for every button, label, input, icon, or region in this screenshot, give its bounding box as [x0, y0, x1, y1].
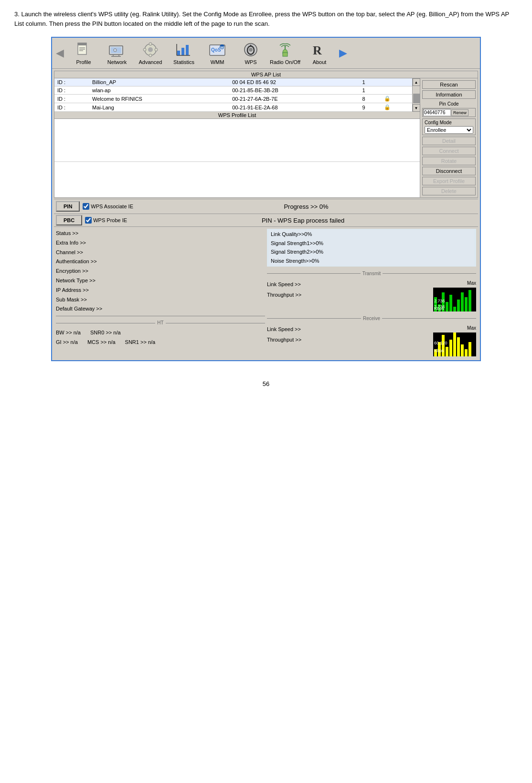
toolbar-profile[interactable]: Profile [67, 40, 100, 66]
wps-profile-list-panel: WPS Profile List [54, 112, 420, 162]
scrollbar-down-button[interactable]: ▼ [413, 104, 420, 112]
tx-max-label: Max [433, 279, 476, 288]
app-window: ◀ Profile [51, 37, 481, 361]
back-button[interactable]: ◀ [53, 45, 67, 61]
ap-id: ID : [54, 86, 89, 95]
svg-rect-1 [78, 43, 86, 45]
about-label: About [313, 59, 327, 65]
ap-ssid: Welcome to RFINICS [89, 95, 229, 103]
transmit-section: Transmit Link Speed >> Throughput >> Max [267, 269, 476, 311]
ap-locked [381, 86, 412, 95]
ap-list-area: ID : Billion_AP 00 04 ED 85 46 92 1 ID : [54, 78, 412, 112]
table-row[interactable]: ID : Billion_AP 00 04 ED 85 46 92 1 [54, 78, 412, 86]
wps-ap-list-panel: WPS AP List ID : Billion_AP 00 04 ED 85 [54, 71, 478, 198]
bottom-buttons-row2: PBC WPS Probe IE PIN - WPS Eap process f… [54, 214, 478, 226]
table-row[interactable]: ID : wlan-ap 00-21-85-BE-3B-2B 1 [54, 86, 412, 95]
disconnect-button[interactable]: Disconnect [422, 167, 476, 175]
wmm-label: WMM [211, 59, 224, 65]
associate-ie-label: WPS Associate IE [91, 204, 133, 209]
mcs-value: MCS >> n/a [87, 338, 116, 347]
snr1-value: SNR1 >> n/a [125, 338, 156, 347]
svg-point-16 [143, 48, 146, 51]
snr0-value: SNR0 >> n/a [90, 328, 121, 338]
ap-ssid: Mai-Lang [89, 103, 229, 112]
export-profile-button[interactable]: Export Profile [422, 177, 476, 185]
table-row[interactable]: ID : Mai-Lang 00-21-91-EE-2A-68 9 🔒 [54, 103, 412, 112]
ap-ssid: wlan-ap [89, 86, 229, 95]
ap-id: ID : [54, 103, 89, 112]
ap-list-scrollbar[interactable]: ▲ ▼ [412, 78, 420, 112]
connect-button[interactable]: Connect [422, 147, 476, 155]
ht-divider: HT [56, 319, 265, 327]
rx-labels: Link Speed >> Throughput >> [267, 324, 301, 345]
stats-right: Link Quality>>0% Signal Strength1>>0% Si… [267, 229, 476, 356]
stats-grid: Status >> Extra Info >> Channel >> Authe… [56, 229, 476, 356]
pin-code-section-label: Pin Code [422, 101, 476, 107]
profile-icon [75, 41, 92, 58]
tx-link-speed: Link Speed >> [267, 279, 301, 290]
advanced-icon [142, 41, 159, 58]
profile-label: Profile [76, 59, 91, 65]
config-mode-box: Config Mode Enrollee Registrar [422, 118, 476, 135]
noise-strength-row: Noise Strength>>0% [269, 257, 474, 266]
ap-locked: 🔒 [381, 103, 412, 112]
toolbar-network[interactable]: Network [100, 40, 134, 66]
rx-max-label: Max [433, 324, 476, 333]
channel-row: Channel >> [56, 248, 265, 257]
ap-signal: 1 [359, 86, 381, 95]
toolbar-wps[interactable]: WPS [234, 40, 267, 66]
svg-text:Wi: Wi [220, 45, 225, 50]
rotate-button[interactable]: Rotate [422, 157, 476, 165]
associate-ie-checkbox[interactable] [83, 203, 89, 210]
scrollbar-up-button[interactable]: ▲ [413, 78, 420, 86]
svg-point-11 [115, 50, 116, 51]
svg-rect-18 [177, 51, 180, 55]
config-mode-select[interactable]: Enrollee Registrar [425, 126, 473, 134]
wps-profile-list-title: WPS Profile List [54, 112, 420, 119]
wps-ap-list-left: ID : Billion_AP 00 04 ED 85 46 92 1 ID : [54, 78, 420, 197]
pin-code-input[interactable] [423, 109, 451, 116]
pin-button[interactable]: PIN [56, 201, 80, 212]
toolbar-radio[interactable]: Radio On/Off [267, 40, 303, 66]
toolbar-statistics[interactable]: Statistics [167, 40, 201, 66]
main-content: WPS AP List ID : Billion_AP 00 04 ED 85 [52, 69, 480, 360]
eap-status-text: PIN - WPS Eap process failed [130, 217, 476, 224]
statistics-label: Statistics [173, 59, 194, 65]
svg-text:QoS: QoS [211, 47, 221, 53]
ap-signal: 9 [359, 103, 381, 112]
detail-button[interactable]: Detail [422, 137, 476, 145]
extra-info-row: Extra Info >> [56, 238, 265, 248]
network-icon [108, 41, 126, 58]
radio-icon [277, 41, 294, 58]
probe-ie-item: WPS Probe IE [85, 217, 127, 224]
rx-chart: Max [433, 324, 476, 356]
scrollbar-thumb[interactable] [413, 94, 420, 103]
config-mode-label: Config Mode [425, 120, 473, 125]
description-text: 3. Launch the wireless client's WPS util… [14, 10, 516, 28]
profile-list-area [54, 119, 420, 162]
forward-button[interactable]: ▶ [336, 45, 350, 61]
wps-layout: ID : Billion_AP 00 04 ED 85 46 92 1 ID : [54, 78, 478, 197]
information-button[interactable]: Information [422, 90, 476, 99]
ap-id: ID : [54, 78, 89, 86]
rx-link-speed: Link Speed >> [267, 324, 301, 334]
probe-ie-checkbox[interactable] [85, 217, 92, 224]
about-icon: R [311, 41, 328, 58]
wps-ap-list-title: WPS AP List [54, 71, 478, 78]
ap-bssid: 00-21-85-BE-3B-2B [229, 86, 359, 95]
table-row[interactable]: ID : Welcome to RFINICS 00-21-27-6A-2B-7… [54, 95, 412, 103]
renew-button[interactable]: Renew [451, 109, 468, 116]
toolbar-advanced[interactable]: Advanced [134, 40, 167, 66]
ip-address-row: IP Address >> [56, 286, 265, 295]
link-quality-row: Link Quality>>0% [269, 230, 474, 239]
delete-button[interactable]: Delete [422, 187, 476, 195]
probe-ie-label: WPS Probe IE [93, 217, 127, 223]
toolbar-about[interactable]: R About [303, 40, 336, 66]
rescan-button[interactable]: Rescan [422, 80, 476, 89]
tx-labels: Link Speed >> Throughput >> [267, 279, 301, 300]
network-type-row: Network Type >> [56, 276, 265, 286]
radio-label: Radio On/Off [270, 59, 300, 65]
pbc-button[interactable]: PBC [56, 215, 82, 225]
toolbar-wmm[interactable]: QoS Wi WMM [201, 40, 234, 66]
svg-rect-20 [186, 45, 189, 55]
